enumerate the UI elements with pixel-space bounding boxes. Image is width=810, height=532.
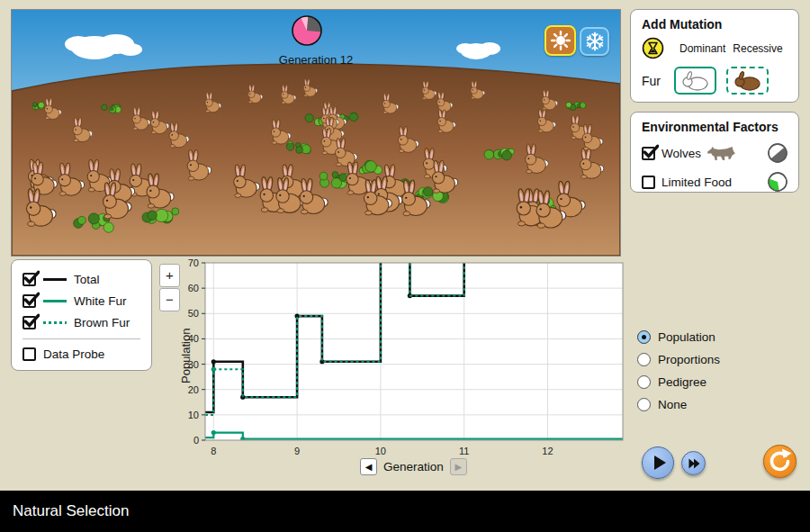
legend-row-brown-fur: Brown Fur [22, 311, 140, 333]
previous-generation-button[interactable]: ◀ [360, 458, 377, 475]
food-time-clock-icon [768, 172, 788, 192]
brown-fur-checkbox[interactable] [22, 316, 36, 329]
generation-clock-pie [289, 13, 325, 49]
data-point [212, 430, 216, 435]
plot-background [205, 263, 623, 440]
wolves-label: Wolves [662, 147, 701, 160]
reset-all-button[interactable] [763, 445, 796, 478]
add-mutation-panel: Add Mutation Dominant Recessive Fur [630, 9, 799, 103]
data-point [212, 359, 216, 364]
sim-title: Natural Selection [13, 491, 129, 532]
data-probe-label: Data Probe [43, 347, 104, 361]
simulation-canvas: Generation 12 [11, 9, 621, 257]
mutation-hourglass-icon [642, 37, 664, 59]
wolves-row: Wolves [642, 143, 788, 163]
legend-row-white-fur: White Fur [22, 290, 140, 311]
data-probe-checkbox[interactable] [22, 347, 36, 361]
environmental-factors-title: Environmental Factors [642, 120, 788, 134]
wolves-time-clock-icon [768, 143, 788, 163]
x-tick-label: 10 [375, 446, 386, 456]
generation-label: Generation 12 [253, 53, 379, 67]
wolf-icon [706, 145, 738, 162]
brown-bunny-icon [733, 71, 763, 91]
fast-forward-button[interactable] [681, 451, 706, 475]
shrub [484, 149, 514, 160]
play-button[interactable] [642, 446, 674, 479]
y-tick-label: 40 [188, 333, 199, 344]
white-fur-dominant-button[interactable] [674, 67, 716, 95]
limited-food-label: Limited Food [662, 176, 732, 189]
shrub [320, 172, 350, 189]
y-tick-label: 20 [188, 384, 199, 395]
graph-legend-panel: Total White Fur Brown Fur Data Probe [11, 259, 152, 371]
brown-fur-line-sample [43, 321, 67, 324]
graph-view-radio-group: Population Proportions Pedigree None [637, 326, 720, 416]
brown-fur-recessive-button[interactable] [726, 67, 769, 95]
data-point [212, 367, 216, 372]
white-fur-checkbox[interactable] [22, 294, 36, 308]
y-tick-label: 60 [188, 283, 199, 293]
generation-navigator: ◀ Generation ▶ [360, 458, 467, 475]
y-tick-label: 10 [188, 410, 199, 420]
x-tick-label: 8 [211, 446, 216, 456]
x-tick-label: 11 [459, 446, 469, 456]
radio-population[interactable]: Population [637, 326, 720, 348]
radio-none-label: None [658, 398, 687, 411]
arctic-environment-button[interactable] [580, 27, 609, 56]
navigation-bar: Natural Selection Intro Lab PhET™ [0, 491, 810, 532]
reset-icon [764, 446, 796, 477]
next-generation-button[interactable]: ▶ [450, 458, 467, 475]
fast-forward-icon [683, 453, 705, 474]
fur-row-label: Fur [642, 74, 674, 88]
sunny-environment-button[interactable] [544, 25, 576, 56]
x-axis-label: Generation [383, 460, 444, 473]
limited-food-row: Limited Food [642, 172, 788, 192]
total-label: Total [74, 273, 100, 286]
white-fur-line-sample [43, 300, 67, 302]
population-chart: 89101112010203040506070 [176, 257, 630, 468]
x-tick-label: 12 [542, 446, 553, 456]
radio-population-label: Population [658, 330, 716, 344]
play-icon [644, 448, 672, 477]
radio-proportions-dot[interactable] [637, 353, 651, 366]
legend-divider [22, 338, 140, 339]
radio-proportions-label: Proportions [658, 353, 720, 366]
brown-fur-label: Brown Fur [74, 316, 130, 329]
snowflake-icon [584, 31, 606, 52]
radio-pedigree-label: Pedigree [658, 375, 706, 389]
add-mutation-title: Add Mutation [642, 17, 788, 32]
y-tick-label: 30 [188, 359, 199, 370]
radio-population-dot[interactable] [637, 330, 651, 344]
radio-none-dot[interactable] [637, 398, 651, 411]
x-tick-label: 9 [294, 446, 300, 456]
radio-pedigree-dot[interactable] [637, 375, 651, 389]
total-line-sample [43, 278, 67, 281]
radio-none[interactable]: None [637, 393, 720, 416]
white-bunny-icon [680, 71, 711, 91]
y-tick-label: 0 [194, 435, 199, 446]
legend-row-total: Total [22, 268, 140, 290]
legend-row-data-probe: Data Probe [22, 343, 140, 365]
radio-proportions[interactable]: Proportions [637, 348, 720, 371]
y-tick-label: 50 [188, 308, 199, 319]
wolves-checkbox[interactable] [642, 147, 655, 160]
radio-pedigree[interactable]: Pedigree [637, 371, 720, 393]
limited-food-checkbox[interactable] [642, 176, 655, 189]
sun-icon [550, 30, 572, 51]
environmental-factors-panel: Environmental Factors Wolves Limited Foo… [630, 112, 799, 193]
recessive-column-label: Recessive [733, 42, 782, 55]
dominant-column-label: Dominant [680, 42, 725, 55]
y-tick-label: 70 [188, 257, 199, 268]
total-checkbox[interactable] [22, 273, 36, 286]
white-fur-label: White Fur [74, 294, 127, 308]
